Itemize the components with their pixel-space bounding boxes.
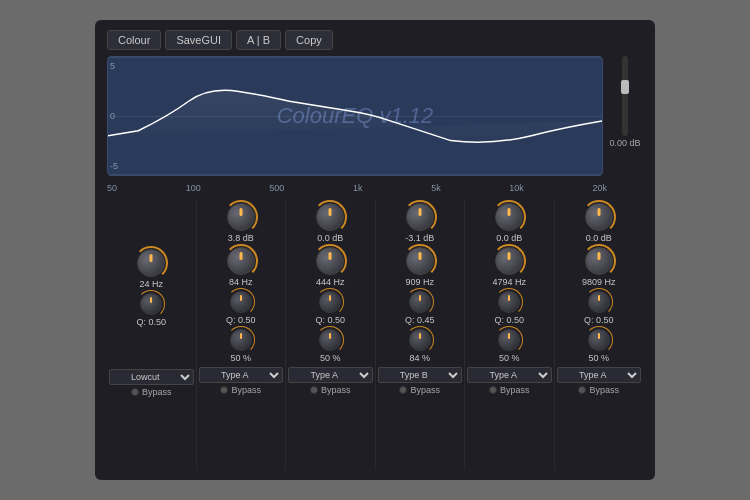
bypass-indicator-2[interactable] [220,386,228,394]
bypass-row-3: Bypass [310,385,351,395]
freq-labels: 50 100 500 1k 5k 10k 20k [107,182,607,195]
freq-knob-wrap-4 [406,247,434,275]
bypass-row-1: Bypass [131,387,172,397]
freq-knob-2[interactable] [227,247,255,275]
type-select-5[interactable]: Type A Type A Type B Type C [467,367,552,383]
toolbar: Colour SaveGUI A | B Copy [107,30,643,50]
copy-button[interactable]: Copy [285,30,333,50]
bypass-label-2: Bypass [231,385,261,395]
gain-knob-4[interactable] [406,203,434,231]
colour-button[interactable]: Colour [107,30,161,50]
q-knob-wrap-3 [319,291,341,313]
mix-knob-wrap-4 [409,329,431,351]
freq-knob-wrap-6 [585,247,613,275]
band-col-5: 0.0 dB 4794 Hz Q: 0.50 50 % Type A Type … [465,201,555,470]
bypass-label-1: Bypass [142,387,172,397]
gain-knob-wrap-4 [406,203,434,231]
bypass-label-6: Bypass [589,385,619,395]
freq-knob-6[interactable] [585,247,613,275]
gain-knob-wrap-6 [585,203,613,231]
freq-label-10k: 10k [509,183,524,193]
gain-slider-panel: 0.00 dB [607,56,643,176]
mix-value-4: 84 % [409,353,430,365]
bypass-indicator-5[interactable] [489,386,497,394]
gain-knob-2[interactable] [227,203,255,231]
q-knob-2[interactable] [230,291,252,313]
mix-knob-wrap-3 [319,329,341,351]
type-select-6[interactable]: Type A Type A Type B Type C [557,367,642,383]
ab-button[interactable]: A | B [236,30,281,50]
mix-knob-wrap-6 [588,329,610,351]
savegui-button[interactable]: SaveGUI [165,30,232,50]
freq-label-50: 50 [107,183,117,193]
freq-label-100: 100 [186,183,201,193]
mix-value-5: 50 % [499,353,520,365]
gain-knob-wrap-3 [316,203,344,231]
mix-knob-2[interactable] [230,329,252,351]
mix-knob-4[interactable] [409,329,431,351]
type-select-1[interactable]: Lowcut Type A Type B Type C [109,369,194,385]
band-col-1: 24 Hz Q: 0.50 Lowcut Type A Type B Type … [107,201,197,470]
bypass-row-5: Bypass [489,385,530,395]
q-knob-wrap-5 [498,291,520,313]
eq-curve-svg [108,57,602,175]
eq-display: 5 0 -5 ColourEQ v1.12 [107,56,603,176]
bypass-row-6: Bypass [578,385,619,395]
freq-label-20k: 20k [592,183,607,193]
mix-value-3: 50 % [320,353,341,365]
type-select-2[interactable]: Type A Type A Type B Type C [199,367,284,383]
freq-label-5k: 5k [431,183,441,193]
bypass-indicator-4[interactable] [399,386,407,394]
mix-knob-wrap-5 [498,329,520,351]
freq-knob-wrap-5 [495,247,523,275]
bypass-label-3: Bypass [321,385,351,395]
mix-value-6: 50 % [588,353,609,365]
type-select-4[interactable]: Type B Type A Type B Type C [378,367,463,383]
mix-knob-wrap-2 [230,329,252,351]
type-select-3[interactable]: Type A Type A Type B Type C [288,367,373,383]
freq-knob-wrap-3 [316,247,344,275]
freq-axis: 50 100 500 1k 5k 10k 20k [107,182,643,195]
gain-slider-track[interactable] [622,56,628,136]
gain-knob-6[interactable] [585,203,613,231]
q-knob-4[interactable] [409,291,431,313]
freq-knob-4[interactable] [406,247,434,275]
gain-knob-wrap-2 [227,203,255,231]
band-col-4: -3.1 dB 909 Hz Q: 0.45 84 % Type B Type … [376,201,466,470]
gain-knob-wrap-5 [495,203,523,231]
freq-label-500: 500 [269,183,284,193]
bypass-row-2: Bypass [220,385,261,395]
bypass-label-5: Bypass [500,385,530,395]
band-col-2: 3.8 dB 84 Hz Q: 0.50 50 % Type A Type A … [197,201,287,470]
bands-row: 24 Hz Q: 0.50 Lowcut Type A Type B Type … [107,201,643,470]
mix-knob-6[interactable] [588,329,610,351]
bypass-label-4: Bypass [410,385,440,395]
gain-slider-thumb[interactable] [621,80,629,94]
gain-db-label: 0.00 dB [609,138,640,148]
band-col-3: 0.0 dB 444 Hz Q: 0.50 50 % Type A Type A… [286,201,376,470]
q-knob-6[interactable] [588,291,610,313]
bypass-indicator-6[interactable] [578,386,586,394]
q-knob-wrap-4 [409,291,431,313]
freq-label-1k: 1k [353,183,363,193]
bypass-indicator-3[interactable] [310,386,318,394]
plugin-container: Colour SaveGUI A | B Copy 5 0 -5 ColourE… [95,20,655,480]
bypass-row-4: Bypass [399,385,440,395]
q-knob-wrap-2 [230,291,252,313]
mix-value-2: 50 % [230,353,251,365]
freq-knob-wrap-1 [137,249,165,277]
band-col-6: 0.0 dB 9809 Hz Q: 0.50 50 % Type A Type … [555,201,644,470]
freq-knob-wrap-2 [227,247,255,275]
q-value-1: Q: 0.50 [136,317,166,329]
display-row: 5 0 -5 ColourEQ v1.12 [107,56,643,176]
q-knob-wrap-1 [140,293,162,315]
q-knob-wrap-6 [588,291,610,313]
bypass-indicator-1[interactable] [131,388,139,396]
